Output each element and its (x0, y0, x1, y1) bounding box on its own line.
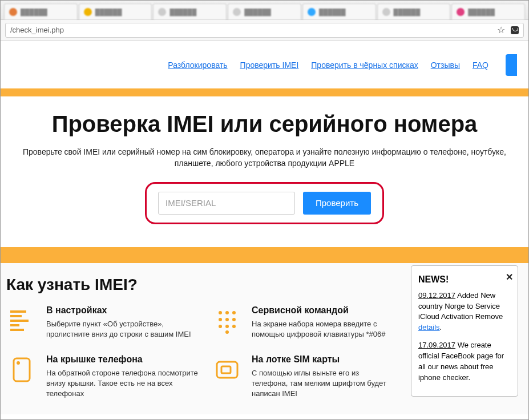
browser-tab[interactable]: ██████ (228, 3, 301, 19)
howto-item-text: На экране набора номера введите с помощь… (252, 319, 389, 340)
svg-point-11 (225, 318, 229, 321)
browser-tab[interactable]: ██████ (4, 3, 78, 19)
svg-point-9 (232, 311, 236, 314)
howto-item-title: На крышке телефона (46, 354, 200, 365)
howto-item: В настройках Выберите пункт «Об устройст… (6, 305, 206, 340)
svg-point-14 (225, 325, 229, 328)
howto-section: Как узнать IMEI? В настройках Выберите п… (1, 263, 528, 414)
svg-rect-4 (10, 329, 24, 331)
svg-point-6 (17, 361, 20, 365)
top-nav: Разблокировать Проверить IMEI Проверить … (1, 41, 528, 88)
news-link[interactable]: details (418, 323, 440, 332)
svg-rect-3 (10, 324, 19, 326)
nav-link-check-imei[interactable]: Проверить IMEI (240, 60, 299, 70)
browser-tab[interactable]: ██████ (153, 3, 227, 19)
nav-link-blacklist[interactable]: Проверить в чёрных списках (311, 60, 418, 70)
browser-tab[interactable]: ██████ (79, 3, 152, 19)
news-heading: NEWS! (418, 273, 511, 286)
howto-item: На крышке телефона На обратной стороне т… (6, 354, 206, 399)
svg-point-16 (225, 330, 229, 334)
check-button[interactable]: Проверить (303, 192, 371, 215)
svg-point-15 (232, 325, 236, 328)
favicon-icon (9, 8, 17, 16)
svg-point-12 (232, 318, 236, 321)
howto-item-title: В настройках (46, 305, 200, 316)
howto-item-text: Выберите пункт «Об устройстве», пролистн… (46, 319, 200, 340)
svg-point-10 (219, 318, 222, 321)
favicon-icon (308, 8, 316, 16)
howto-item: Сервисной командой На экране набора номе… (212, 305, 394, 340)
browser-tab[interactable]: ██████ (302, 3, 376, 19)
news-item: 09.12.2017 Added New country Norge to Se… (418, 290, 511, 333)
news-panel: ✕ NEWS! 09.12.2017 Added New country Nor… (411, 265, 518, 397)
favicon-icon (233, 8, 241, 16)
settings-list-icon (6, 305, 37, 336)
browser-tabstrip: ██████ ██████ ██████ ██████ ██████ █████… (1, 1, 528, 20)
svg-point-13 (219, 325, 222, 328)
hero-lead: Проверьте свой IMEI или серийный номер н… (19, 146, 510, 169)
favicon-icon (84, 8, 92, 16)
news-date: 17.09.2017 (418, 341, 455, 349)
favicon-icon (158, 8, 166, 16)
browser-omnibox[interactable]: /check_imei.php ☆ (5, 23, 524, 38)
bookmark-star-icon[interactable]: ☆ (497, 25, 505, 35)
favicon-icon (457, 8, 465, 16)
imei-input[interactable] (158, 192, 295, 215)
phone-back-icon (6, 354, 37, 385)
svg-rect-2 (10, 320, 29, 322)
hero-card: Проверка IMEI или серийного номера Прове… (1, 96, 528, 247)
nav-link-unlock[interactable]: Разблокировать (168, 60, 227, 70)
howto-item-text: С помощью иглы выньте его из телефона, т… (252, 368, 389, 399)
news-item: 17.09.2017 We create official FaceBook p… (418, 340, 511, 383)
nav-link-faq[interactable]: FAQ (473, 60, 488, 70)
howto-item-title: На лотке SIM карты (252, 354, 389, 365)
svg-rect-18 (221, 366, 231, 373)
svg-point-8 (225, 311, 229, 314)
browser-address-bar: /check_imei.php ☆ (1, 20, 528, 41)
svg-rect-17 (217, 362, 237, 378)
cta-button-partial[interactable] (506, 54, 517, 76)
orange-spacer (1, 247, 528, 263)
hero-band: Проверка IMEI или серийного номера Прове… (1, 88, 528, 263)
svg-rect-0 (10, 310, 26, 313)
page-viewport: Разблокировать Проверить IMEI Проверить … (1, 41, 528, 419)
nav-link-reviews[interactable]: Отзывы (431, 60, 460, 70)
dialpad-icon (212, 305, 243, 336)
howto-item-title: Сервисной командой (252, 305, 389, 316)
url-text: /check_imei.php (10, 26, 64, 34)
imei-check-form: Проверить (145, 182, 384, 224)
svg-rect-1 (10, 315, 22, 317)
browser-tab[interactable]: ██████ (377, 3, 451, 19)
howto-item-text: На обратной стороне телефона посмотрите … (46, 368, 200, 399)
close-icon[interactable]: ✕ (506, 270, 513, 284)
news-date: 09.12.2017 (418, 291, 455, 300)
svg-rect-5 (14, 358, 30, 381)
pocket-icon[interactable] (511, 26, 519, 34)
svg-point-7 (219, 311, 222, 314)
howto-item: На лотке SIM карты С помощью иглы выньте… (212, 354, 394, 399)
page-title: Проверка IMEI или серийного номера (17, 111, 512, 137)
favicon-icon (382, 8, 390, 16)
sim-tray-icon (212, 354, 243, 385)
browser-tab[interactable]: ██████ (451, 3, 525, 19)
